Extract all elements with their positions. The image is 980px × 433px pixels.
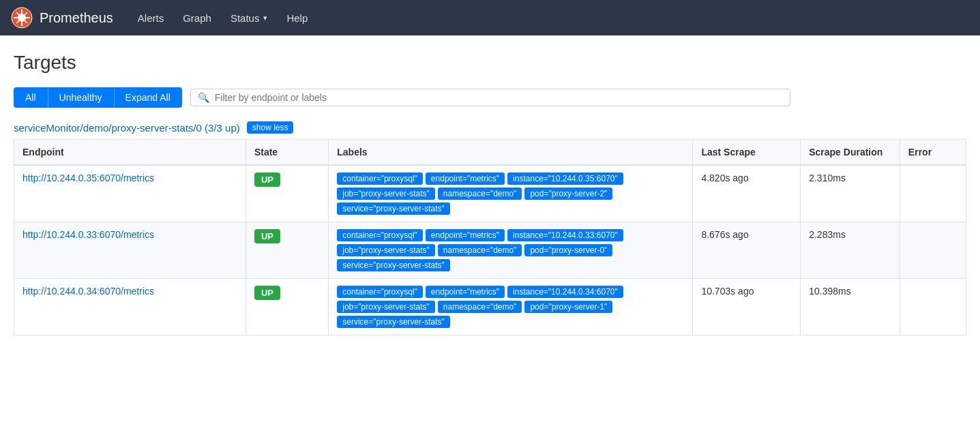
targets-table: Endpoint State Labels Last Scrape Scrape… [14, 139, 966, 335]
label-badge[interactable]: service="proxy-server-stats" [337, 259, 450, 271]
table-header: Endpoint State Labels Last Scrape Scrape… [14, 140, 966, 166]
label-badge[interactable]: namespace="demo" [438, 244, 522, 256]
endpoint-link[interactable]: http://10.244.0.35:6070/metrics [23, 173, 154, 183]
label-badge[interactable]: instance="10.244.0.33:6070" [507, 229, 623, 241]
error-value [900, 222, 966, 279]
labels-container: container="proxysql"endpoint="metrics"in… [337, 229, 684, 271]
unhealthy-button[interactable]: Unhealthy [48, 87, 114, 108]
label-badge[interactable]: endpoint="metrics" [426, 286, 505, 298]
scrape-duration-value: 10.398ms [801, 279, 900, 335]
col-header-endpoint: Endpoint [14, 140, 246, 166]
page-title: Targets [14, 52, 966, 74]
state-badge: UP [254, 286, 280, 300]
error-value [900, 165, 966, 222]
label-badge[interactable]: job="proxy-server-stats" [337, 301, 435, 313]
search-icon: 🔍 [198, 92, 209, 103]
col-header-error: Error [900, 140, 966, 166]
label-badge[interactable]: job="proxy-server-stats" [337, 244, 435, 256]
label-badge[interactable]: service="proxy-server-stats" [337, 203, 450, 215]
navbar: Prometheus Alerts Graph Status ▾ Help [0, 0, 980, 35]
label-badge[interactable]: endpoint="metrics" [426, 229, 505, 241]
error-value [900, 279, 966, 335]
nav-alerts[interactable]: Alerts [130, 7, 172, 29]
state-badge: UP [254, 229, 280, 243]
table-row: http://10.244.0.34:6070/metricsUPcontain… [14, 279, 966, 335]
prometheus-logo-icon [11, 7, 33, 29]
label-badge[interactable]: container="proxysql" [337, 286, 423, 298]
all-button[interactable]: All [14, 87, 48, 108]
labels-container: container="proxysql"endpoint="metrics"in… [337, 286, 684, 328]
search-input[interactable] [215, 92, 783, 103]
nav-status[interactable]: Status ▾ [222, 7, 276, 29]
nav-help[interactable]: Help [278, 7, 316, 29]
col-header-labels: Labels [329, 140, 693, 166]
last-scrape-value: 4.820s ago [693, 165, 801, 222]
filter-button-group: All Unhealthy Expand All [14, 87, 182, 108]
page-content: Targets All Unhealthy Expand All 🔍 servi… [0, 35, 980, 352]
last-scrape-value: 8.676s ago [693, 222, 801, 279]
label-badge[interactable]: container="proxysql" [337, 173, 423, 185]
col-header-state: State [246, 140, 328, 166]
section-title-link[interactable]: serviceMonitor/demo/proxy-server-stats/0… [14, 122, 240, 134]
nav-graph[interactable]: Graph [175, 7, 220, 29]
scrape-duration-value: 2.310ms [801, 165, 900, 222]
nav-links: Alerts Graph Status ▾ Help [130, 7, 316, 29]
table-row: http://10.244.0.35:6070/metricsUPcontain… [14, 165, 966, 222]
label-badge[interactable]: pod="proxy-server-2" [524, 188, 612, 200]
col-header-last-scrape: Last Scrape [693, 140, 801, 166]
status-dropdown-icon: ▾ [263, 14, 267, 23]
brand-name: Prometheus [40, 10, 113, 26]
section-header: serviceMonitor/demo/proxy-server-stats/0… [14, 121, 966, 134]
label-badge[interactable]: pod="proxy-server-0" [524, 244, 612, 256]
label-badge[interactable]: instance="10.244.0.34:6070" [507, 286, 623, 298]
label-badge[interactable]: pod="proxy-server-1" [524, 301, 612, 313]
label-badge[interactable]: endpoint="metrics" [426, 173, 505, 185]
table-row: http://10.244.0.33:6070/metricsUPcontain… [14, 222, 966, 279]
endpoint-link[interactable]: http://10.244.0.33:6070/metrics [23, 229, 154, 240]
label-badge[interactable]: job="proxy-server-stats" [337, 188, 435, 200]
label-badge[interactable]: namespace="demo" [438, 188, 522, 200]
label-badge[interactable]: instance="10.244.0.35:6070" [507, 173, 623, 185]
table-body: http://10.244.0.35:6070/metricsUPcontain… [14, 165, 966, 335]
last-scrape-value: 10.703s ago [693, 279, 801, 335]
filter-row: All Unhealthy Expand All 🔍 [14, 87, 966, 108]
labels-container: container="proxysql"endpoint="metrics"in… [337, 173, 684, 215]
search-box[interactable]: 🔍 [190, 89, 790, 106]
label-badge[interactable]: container="proxysql" [337, 229, 423, 241]
scrape-duration-value: 2.283ms [801, 222, 900, 279]
show-less-button[interactable]: show less [247, 121, 294, 134]
label-badge[interactable]: service="proxy-server-stats" [337, 316, 450, 328]
endpoint-link[interactable]: http://10.244.0.34:6070/metrics [23, 286, 154, 297]
expand-all-button[interactable]: Expand All [114, 87, 182, 108]
label-badge[interactable]: namespace="demo" [438, 301, 522, 313]
brand[interactable]: Prometheus [11, 7, 113, 29]
state-badge: UP [254, 173, 280, 187]
col-header-scrape-duration: Scrape Duration [801, 140, 900, 166]
